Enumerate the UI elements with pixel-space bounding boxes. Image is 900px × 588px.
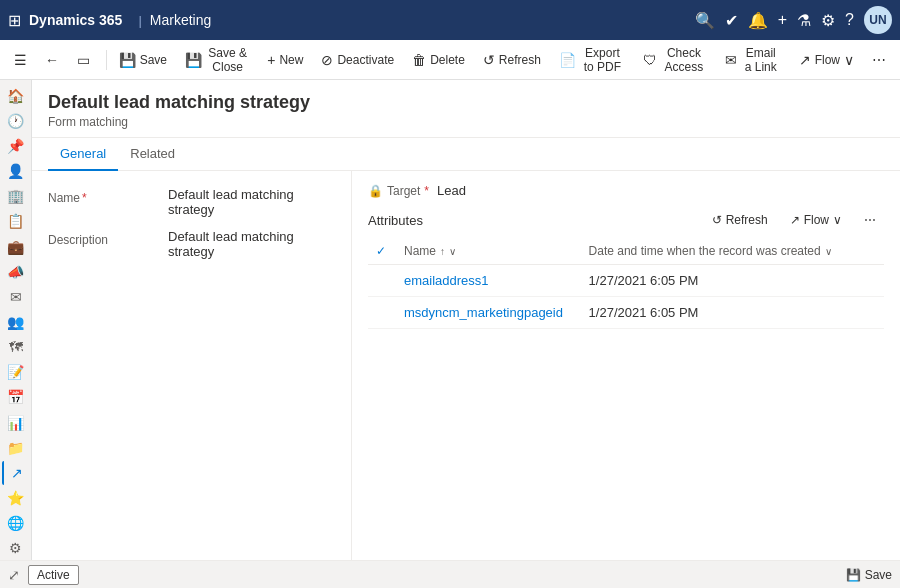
sidebar: 🏠 🕐 📌 👤 🏢 📋 💼 📣 ✉ 👥 🗺 📝 📅 📊 📁 ↗ ⭐ 🌐 ⚙ — [0, 80, 32, 560]
task-icon[interactable]: ✔ — [725, 11, 738, 30]
app-name: Marketing — [150, 12, 695, 28]
flow-chevron-icon: ∨ — [844, 52, 854, 68]
toolbar-sep-1 — [106, 50, 107, 70]
sidebar-icon-scoring[interactable]: ⭐ — [2, 487, 30, 510]
expand-icon[interactable]: ⤢ — [8, 567, 20, 583]
attr-name-link[interactable]: msdyncm_marketingpageid — [404, 305, 563, 320]
name-dropdown-icon[interactable]: ∨ — [449, 246, 456, 257]
plus-icon[interactable]: + — [778, 11, 787, 29]
top-nav-icons: 🔍 ✔ 🔔 + ⚗ ⚙ ? UN — [695, 6, 892, 34]
row-name[interactable]: msdyncm_marketingpageid — [396, 297, 581, 329]
sort-asc-icon: ↑ — [440, 246, 445, 257]
name-col-header[interactable]: Name ↑ ∨ — [396, 238, 581, 265]
main-layout: 🏠 🕐 📌 👤 🏢 📋 💼 📣 ✉ 👥 🗺 📝 📅 📊 📁 ↗ ⭐ 🌐 ⚙ De… — [0, 80, 900, 560]
row-check — [368, 265, 396, 297]
description-value[interactable]: Default lead matching strategy — [168, 229, 335, 259]
shield-icon: 🛡 — [643, 52, 657, 68]
tablet-icon: ▭ — [77, 52, 90, 68]
sidebar-icon-emails[interactable]: ✉ — [2, 285, 30, 308]
new-button[interactable]: + New — [259, 48, 311, 72]
attributes-panel: 🔒 Target * Lead Attributes ↺ Refresh — [352, 171, 900, 560]
status-save-button[interactable]: 💾 Save — [846, 568, 892, 582]
attributes-table: ✓ Name ↑ ∨ Date a — [368, 238, 884, 329]
sidebar-icon-home[interactable]: 🏠 — [2, 84, 30, 107]
menu-button[interactable]: ☰ — [6, 48, 35, 72]
row-datetime: 1/27/2021 6:05 PM — [581, 297, 854, 329]
delete-icon: 🗑 — [412, 52, 426, 68]
sidebar-icon-settings[interactable]: ⚙ — [2, 537, 30, 560]
sidebar-icon-pinned[interactable]: 📌 — [2, 134, 30, 157]
more-button[interactable]: ⋯ — [864, 48, 894, 72]
row-name[interactable]: emailaddress1 — [396, 265, 581, 297]
target-row: 🔒 Target * Lead — [368, 183, 884, 198]
search-icon[interactable]: 🔍 — [695, 11, 715, 30]
name-value[interactable]: Default lead matching strategy — [168, 187, 335, 217]
table-header-row: ✓ Name ↑ ∨ Date a — [368, 238, 884, 265]
save-close-button[interactable]: 💾 Save & Close — [177, 42, 257, 78]
grid-icon[interactable]: ⊞ — [8, 11, 21, 30]
datetime-dropdown-icon[interactable]: ∨ — [825, 246, 832, 257]
tab-content: Name* Default lead matching strategy Des… — [32, 171, 900, 560]
form-row-description: Description Default lead matching strate… — [48, 229, 335, 259]
attributes-header: Attributes ↺ Refresh ↗ Flow ∨ ⋯ — [368, 210, 884, 230]
tablet-button[interactable]: ▭ — [69, 48, 98, 72]
sidebar-icon-leads[interactable]: 📋 — [2, 210, 30, 233]
sidebar-icon-social[interactable]: 🌐 — [2, 512, 30, 535]
toolbar-nav: ☰ ← ▭ — [6, 48, 98, 72]
target-required-star: * — [424, 184, 429, 198]
email-icon: ✉ — [725, 52, 737, 68]
attr-refresh-button[interactable]: ↺ Refresh — [704, 210, 776, 230]
lock-icon: 🔒 — [368, 184, 383, 198]
row-actions — [854, 297, 884, 329]
sidebar-icon-forms[interactable]: 📝 — [2, 361, 30, 384]
attr-flow-button[interactable]: ↗ Flow ∨ — [782, 210, 850, 230]
attr-flow-chevron-icon: ∨ — [833, 213, 842, 227]
sidebar-icon-events[interactable]: 📅 — [2, 386, 30, 409]
sidebar-icon-recent[interactable]: 🕐 — [2, 109, 30, 132]
save-button[interactable]: 💾 Save — [111, 48, 175, 72]
avatar[interactable]: UN — [864, 6, 892, 34]
back-button[interactable]: ← — [37, 48, 67, 72]
actions-col-header — [854, 238, 884, 265]
check-col-header: ✓ — [368, 238, 396, 265]
table-row: msdyncm_marketingpageid 1/27/2021 6:05 P… — [368, 297, 884, 329]
sidebar-icon-contacts[interactable]: 👤 — [2, 159, 30, 182]
sidebar-icon-assets[interactable]: 📁 — [2, 436, 30, 459]
email-link-button[interactable]: ✉ Email a Link — [717, 42, 789, 78]
new-icon: + — [267, 52, 275, 68]
table-row: emailaddress1 1/27/2021 6:05 PM — [368, 265, 884, 297]
sidebar-icon-campaigns[interactable]: 📣 — [2, 260, 30, 283]
export-pdf-button[interactable]: 📄 Export to PDF — [551, 42, 633, 78]
row-check — [368, 297, 396, 329]
attr-more-button[interactable]: ⋯ — [856, 210, 884, 230]
status-badge: Active — [28, 565, 79, 585]
sidebar-icon-surveys[interactable]: 📊 — [2, 411, 30, 434]
bell-icon[interactable]: 🔔 — [748, 11, 768, 30]
datetime-col-header[interactable]: Date and time when the record was create… — [581, 238, 854, 265]
tab-general[interactable]: General — [48, 138, 118, 171]
save-close-icon: 💾 — [185, 52, 202, 68]
refresh-button[interactable]: ↺ Refresh — [475, 48, 549, 72]
attr-name-link[interactable]: emailaddress1 — [404, 273, 489, 288]
tabs: General Related — [32, 138, 900, 171]
sidebar-icon-opportunities[interactable]: 💼 — [2, 235, 30, 258]
more-icon: ⋯ — [872, 52, 886, 68]
export-icon: 📄 — [559, 52, 576, 68]
help-icon[interactable]: ? — [845, 11, 854, 29]
settings-icon[interactable]: ⚙ — [821, 11, 835, 30]
filter-icon[interactable]: ⚗ — [797, 11, 811, 30]
sidebar-icon-journeys[interactable]: 🗺 — [2, 336, 30, 359]
nav-separator: | — [138, 13, 141, 28]
deactivate-button[interactable]: ⊘ Deactivate — [313, 48, 402, 72]
brand-name: Dynamics 365 — [29, 12, 122, 28]
sidebar-icon-matching[interactable]: ↗ — [2, 461, 30, 484]
page-header: Default lead matching strategy Form matc… — [32, 80, 900, 138]
sidebar-icon-segments[interactable]: 👥 — [2, 310, 30, 333]
sidebar-icon-accounts[interactable]: 🏢 — [2, 185, 30, 208]
toolbar: ☰ ← ▭ 💾 Save 💾 Save & Close + New ⊘ Deac… — [0, 40, 900, 80]
flow-button[interactable]: ↗ Flow ∨ — [791, 48, 862, 72]
name-required: * — [82, 191, 87, 205]
delete-button[interactable]: 🗑 Delete — [404, 48, 473, 72]
tab-related[interactable]: Related — [118, 138, 187, 171]
check-access-button[interactable]: 🛡 Check Access — [635, 42, 715, 78]
